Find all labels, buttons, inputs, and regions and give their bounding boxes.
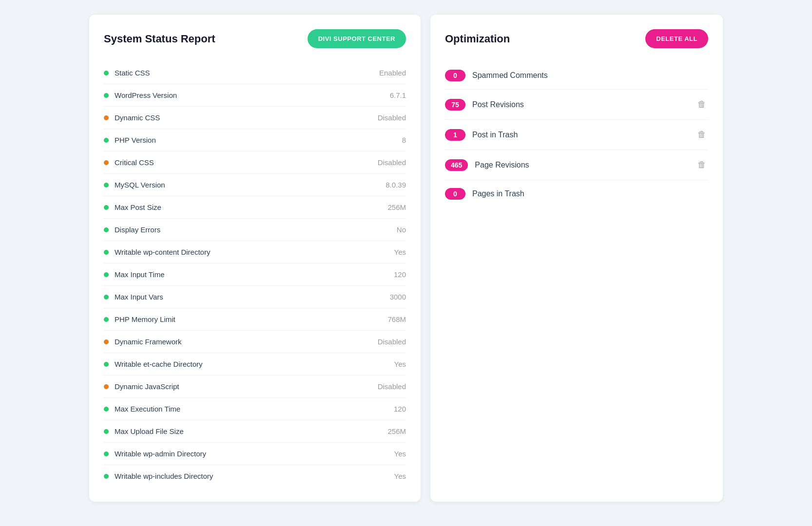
status-value: 256M xyxy=(387,427,406,435)
status-left: Writable wp-includes Directory xyxy=(104,472,213,480)
optimization-label: Page Revisions xyxy=(475,161,689,169)
status-row: Dynamic JavaScript Disabled xyxy=(104,376,406,398)
status-dot xyxy=(104,295,109,300)
optimization-panel: Optimization DELETE ALL 0 Spammed Commen… xyxy=(430,15,723,502)
status-left: WordPress Version xyxy=(104,91,177,99)
main-container: System Status Report DIVI SUPPORT CENTER… xyxy=(89,15,723,502)
status-value: Enabled xyxy=(379,69,406,77)
status-value: 6.7.1 xyxy=(390,91,406,99)
status-label: Max Post Size xyxy=(115,203,161,211)
system-status-title: System Status Report xyxy=(104,33,215,45)
status-dot xyxy=(104,407,109,412)
count-badge: 0 xyxy=(445,70,465,81)
status-label: Max Input Vars xyxy=(115,293,163,301)
status-label: Dynamic CSS xyxy=(115,113,160,122)
status-label: PHP Memory Limit xyxy=(115,315,175,323)
status-value: 768M xyxy=(387,315,406,323)
status-dot xyxy=(104,138,109,143)
status-dot xyxy=(104,183,109,188)
status-left: Dynamic CSS xyxy=(104,113,160,122)
status-dot xyxy=(104,71,109,75)
delete-all-button[interactable]: DELETE ALL xyxy=(645,29,708,48)
divi-support-center-button[interactable]: DIVI SUPPORT CENTER xyxy=(308,29,406,48)
status-label: Max Execution Time xyxy=(115,405,180,413)
status-label: Writable wp-admin Directory xyxy=(115,450,206,458)
status-label: Dynamic JavaScript xyxy=(115,382,179,391)
status-value: Disabled xyxy=(378,382,406,391)
status-label: Dynamic Framework xyxy=(115,338,182,346)
optimization-label: Spammed Comments xyxy=(472,71,708,80)
status-row: Max Execution Time 120 xyxy=(104,398,406,420)
count-badge: 1 xyxy=(445,129,465,141)
status-left: Static CSS xyxy=(104,69,150,77)
status-label: MySQL Version xyxy=(115,181,165,189)
status-value: Yes xyxy=(394,360,406,368)
status-value: Disabled xyxy=(378,113,406,122)
status-left: Display Errors xyxy=(104,225,160,234)
status-value: Yes xyxy=(394,472,406,480)
optimization-row: 0 Spammed Comments xyxy=(445,62,708,90)
status-left: Writable et-cache Directory xyxy=(104,360,203,368)
status-row: Dynamic CSS Disabled xyxy=(104,107,406,129)
trash-icon[interactable]: 🗑 xyxy=(696,158,708,172)
status-label: Max Input Time xyxy=(115,270,165,279)
status-value: Yes xyxy=(394,248,406,256)
status-dot xyxy=(104,474,109,479)
status-left: Max Upload File Size xyxy=(104,427,184,435)
optimization-row: 1 Post in Trash 🗑 xyxy=(445,120,708,150)
status-row: Max Post Size 256M xyxy=(104,196,406,219)
status-rows: Static CSS Enabled WordPress Version 6.7… xyxy=(104,62,406,487)
status-row: Max Input Vars 3000 xyxy=(104,286,406,308)
optimization-row: 75 Post Revisions 🗑 xyxy=(445,90,708,120)
status-row: Display Errors No xyxy=(104,219,406,241)
status-row: WordPress Version 6.7.1 xyxy=(104,84,406,107)
status-dot xyxy=(104,205,109,210)
status-row: Writable wp-content Directory Yes xyxy=(104,241,406,263)
status-dot xyxy=(104,93,109,98)
optimization-row: 0 Pages in Trash xyxy=(445,180,708,207)
status-value: 256M xyxy=(387,203,406,211)
count-badge: 465 xyxy=(445,159,468,171)
optimization-title: Optimization xyxy=(445,33,510,45)
status-row: Writable et-cache Directory Yes xyxy=(104,353,406,376)
status-value: No xyxy=(397,225,406,234)
status-left: Max Post Size xyxy=(104,203,161,211)
status-dot xyxy=(104,339,109,344)
count-badge: 0 xyxy=(445,188,465,200)
status-left: Writable wp-content Directory xyxy=(104,248,210,256)
status-dot xyxy=(104,160,109,165)
status-row: PHP Memory Limit 768M xyxy=(104,308,406,331)
status-row: PHP Version 8 xyxy=(104,129,406,151)
trash-icon[interactable]: 🗑 xyxy=(696,128,708,142)
status-dot xyxy=(104,272,109,277)
status-value: Disabled xyxy=(378,158,406,167)
status-value: 120 xyxy=(394,405,406,413)
optimization-label: Post in Trash xyxy=(472,131,689,139)
status-label: Writable wp-content Directory xyxy=(115,248,210,256)
status-row: Max Upload File Size 256M xyxy=(104,420,406,443)
status-value: Yes xyxy=(394,450,406,458)
optimization-label: Post Revisions xyxy=(472,100,689,109)
status-row: Static CSS Enabled xyxy=(104,62,406,84)
status-left: Critical CSS xyxy=(104,158,154,167)
trash-icon[interactable]: 🗑 xyxy=(696,97,708,112)
status-label: PHP Version xyxy=(115,136,156,144)
status-row: Writable wp-admin Directory Yes xyxy=(104,443,406,465)
status-dot xyxy=(104,250,109,255)
optimization-row: 465 Page Revisions 🗑 xyxy=(445,150,708,180)
status-value: Disabled xyxy=(378,338,406,346)
status-left: Max Input Vars xyxy=(104,293,163,301)
status-left: Writable wp-admin Directory xyxy=(104,450,206,458)
optimization-rows: 0 Spammed Comments 75 Post Revisions 🗑 1… xyxy=(445,62,708,207)
status-dot xyxy=(104,384,109,389)
status-dot xyxy=(104,451,109,456)
status-dot xyxy=(104,317,109,322)
status-dot xyxy=(104,115,109,120)
status-row: Dynamic Framework Disabled xyxy=(104,331,406,353)
status-label: WordPress Version xyxy=(115,91,177,99)
status-left: MySQL Version xyxy=(104,181,165,189)
status-left: Max Input Time xyxy=(104,270,165,279)
right-header: Optimization DELETE ALL xyxy=(445,29,708,48)
status-value: 120 xyxy=(394,270,406,279)
status-label: Display Errors xyxy=(115,225,160,234)
